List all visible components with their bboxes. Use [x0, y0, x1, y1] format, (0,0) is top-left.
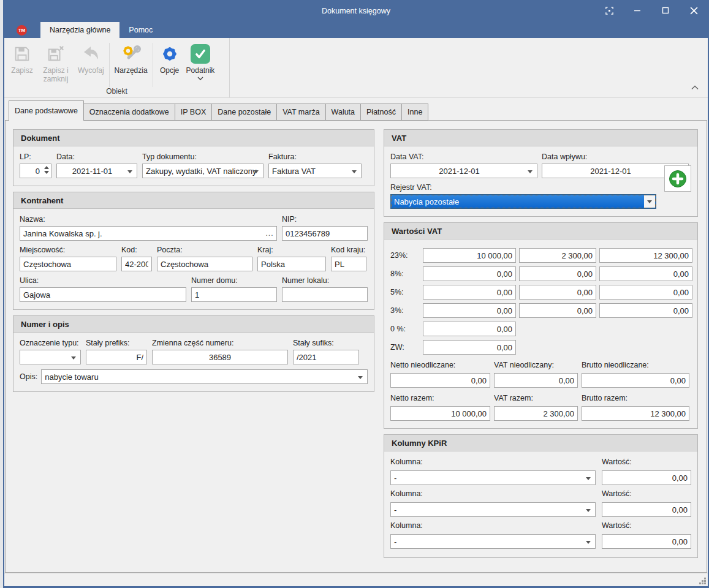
tab-waluta[interactable]: Waluta	[326, 104, 361, 121]
browse-button[interactable]: ...	[264, 227, 276, 239]
tab-dane-podstawowe[interactable]: Dane podstawowe	[9, 100, 84, 121]
options-button[interactable]: Opcje	[156, 42, 184, 77]
vat-3-input[interactable]	[519, 303, 596, 318]
kolumna-label: Kolumna:	[390, 489, 602, 498]
miejscowosc-input[interactable]	[20, 257, 116, 271]
tab-platnosc[interactable]: Płatność	[361, 104, 402, 121]
tab-dane-pozostale[interactable]: Dane pozostałe	[212, 104, 277, 121]
kpir-row: Kolumna: Wartość: -	[390, 489, 691, 517]
rate-label: ZW:	[390, 343, 420, 352]
save-button[interactable]: Zapisz	[8, 42, 36, 77]
netto-8-input[interactable]	[423, 266, 516, 281]
zmienna-czesc-input[interactable]	[152, 350, 288, 364]
close-button[interactable]	[687, 4, 700, 17]
focus-mode-icon[interactable]	[602, 4, 616, 17]
vat-nieodliczany-input[interactable]	[494, 373, 578, 388]
app-logo[interactable]: TM	[17, 25, 27, 36]
undo-button[interactable]: Wycofaj	[75, 42, 107, 77]
netto-23-input[interactable]	[423, 248, 516, 263]
chevron-down-icon	[528, 170, 533, 173]
netto-0-input[interactable]	[423, 322, 516, 336]
tab-vat-marza[interactable]: VAT marża	[277, 104, 325, 121]
minimize-button[interactable]	[631, 4, 644, 17]
data-vat-dropdown[interactable]: 2021-12-01	[390, 164, 537, 178]
staly-prefiks-input[interactable]	[86, 350, 147, 364]
chevron-down-icon	[352, 170, 357, 173]
ribbon-tab-narzedzia-glowne[interactable]: Narzędzia główne	[40, 22, 119, 38]
vat-23-input[interactable]	[519, 248, 596, 263]
netto-3-input[interactable]	[423, 303, 516, 318]
netto-razem-input[interactable]	[390, 406, 490, 421]
tab-inne[interactable]: Inne	[402, 104, 428, 121]
vat-rate-row-23: 23%:	[390, 248, 691, 263]
kolumna-dropdown-2[interactable]: -	[390, 502, 596, 517]
nip-input[interactable]	[282, 226, 368, 241]
kolumna-label: Kolumna:	[390, 458, 602, 466]
tab-oznaczenia-dodatkowe[interactable]: Oznaczenia dodatkowe	[84, 104, 175, 121]
tools-button[interactable]: Narzędzia	[112, 42, 150, 77]
kod-label: Kod:	[121, 246, 152, 254]
spinner-arrows-icon[interactable]	[44, 166, 49, 174]
rejestr-vat-dropdown[interactable]: Nabycia pozostałe	[390, 194, 656, 209]
kod-kraju-input[interactable]	[331, 257, 366, 271]
rate-label: 23%:	[390, 251, 420, 260]
kraj-input[interactable]	[257, 257, 326, 271]
collapse-ribbon-icon[interactable]	[691, 81, 699, 92]
brutto-nieodliczane-input[interactable]	[582, 373, 689, 388]
lp-label: LP:	[20, 153, 51, 161]
brutto-5-input[interactable]	[599, 285, 692, 300]
group-wartosci-vat-header: Wartości VAT	[384, 223, 697, 239]
oznaczenie-typu-dropdown[interactable]	[20, 350, 81, 364]
brutto-23-input[interactable]	[599, 248, 692, 263]
kolumna-dropdown-3[interactable]: -	[390, 534, 596, 549]
window-title: Dokument księgowy	[322, 7, 390, 15]
ribbon-tab-pomoc[interactable]: Pomoc	[119, 22, 162, 38]
brutto-razem-input[interactable]	[582, 406, 689, 421]
brutto-8-input[interactable]	[599, 266, 692, 281]
wartosc-input-1[interactable]	[602, 470, 691, 485]
rate-label: 5%:	[390, 288, 420, 296]
miejscowosc-label: Miejscowość:	[20, 246, 116, 254]
save-and-close-button[interactable]: Zapisz i zamknij	[36, 42, 75, 85]
kpir-row: Kolumna: Wartość: -	[390, 458, 691, 485]
vat-8-input[interactable]	[519, 266, 596, 281]
wartosc-input-3[interactable]	[602, 534, 691, 549]
typ-dokumentu-dropdown[interactable]: Zakupy, wydatki, VAT naliczony	[142, 164, 264, 178]
kolumna-label: Kolumna:	[390, 521, 602, 530]
faktura-dropdown[interactable]: Faktura VAT	[268, 164, 362, 178]
chevron-down-icon	[586, 509, 591, 512]
vat-rate-row-8: 8%:	[390, 266, 691, 281]
options-gear-icon	[159, 43, 180, 65]
numer-domu-label: Numer domu:	[191, 276, 277, 285]
wartosc-input-2[interactable]	[602, 502, 691, 517]
resize-grip-icon[interactable]	[698, 576, 706, 584]
netto-zw-input[interactable]	[423, 340, 516, 355]
poczta-input[interactable]	[157, 257, 252, 271]
brutto-3-input[interactable]	[599, 303, 692, 318]
netto-5-input[interactable]	[423, 285, 516, 300]
add-register-button[interactable]	[664, 165, 691, 192]
nazwa-input[interactable]	[20, 226, 277, 241]
numer-lokalu-label: Numer lokalu:	[282, 276, 368, 285]
tab-ip-box[interactable]: IP BOX	[175, 104, 212, 121]
oznaczenie-typu-label: Oznaczenie typu:	[20, 339, 81, 347]
kod-input[interactable]	[121, 257, 152, 271]
ulica-input[interactable]	[20, 287, 186, 302]
taxpayer-button[interactable]: Podatnik	[184, 42, 218, 81]
vat-5-input[interactable]	[519, 285, 596, 300]
group-numer-i-opis-header: Numer i opis	[13, 316, 374, 333]
vat-razem-input[interactable]	[494, 406, 578, 421]
lp-stepper[interactable]	[20, 164, 51, 178]
netto-nieodliczane-input[interactable]	[390, 373, 490, 388]
numer-domu-input[interactable]	[191, 287, 277, 302]
opis-dropdown[interactable]: nabycie towaru	[41, 369, 368, 384]
staly-sufiks-input[interactable]	[293, 350, 359, 364]
window-controls	[602, 4, 700, 17]
numer-lokalu-input[interactable]	[282, 287, 368, 302]
vat-rate-row-0: 0 %:	[390, 322, 691, 336]
maximize-button[interactable]	[659, 4, 672, 17]
group-dokument: Dokument LP: Data:	[13, 129, 374, 186]
data-dropdown[interactable]: 2021-11-01	[56, 164, 137, 178]
app-window: Dokument księgowy	[3, 0, 709, 588]
kolumna-dropdown-1[interactable]: -	[390, 470, 596, 485]
